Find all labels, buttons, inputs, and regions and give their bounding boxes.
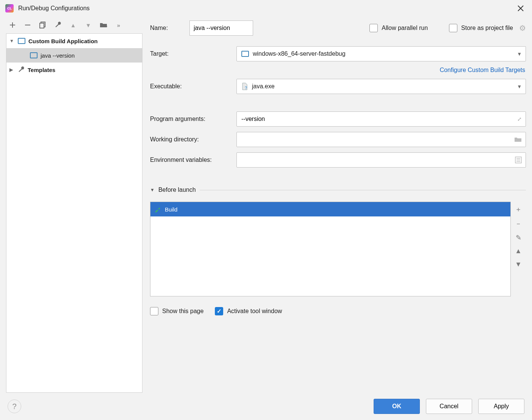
target-row: Target: windows-x86_64-server-fastdebug …: [150, 46, 526, 61]
env-input-wrapper[interactable]: [236, 152, 526, 168]
tree-group-label: Custom Build Application: [28, 38, 98, 44]
dialog-body: ▲ ▼ + » ▼ Custom Build Application java …: [0, 17, 532, 393]
target-label: Target:: [150, 50, 230, 57]
ok-button[interactable]: OK: [374, 399, 420, 414]
move-down-icon[interactable]: ▼: [515, 260, 522, 268]
before-launch-header[interactable]: ▼ Before launch: [150, 186, 526, 193]
target-icon: [241, 51, 249, 57]
remove-icon[interactable]: [23, 21, 32, 29]
svg-text:+: +: [106, 24, 107, 28]
title-bar: Run/Debug Configurations: [0, 0, 532, 17]
tree-item-java-version[interactable]: java --version: [6, 48, 142, 63]
workdir-label: Working directory:: [150, 136, 230, 143]
overflow-icon[interactable]: »: [114, 21, 123, 29]
env-row: Environment variables:: [150, 152, 526, 168]
divider: [200, 190, 526, 190]
store-project-label: Store as project file: [461, 25, 513, 31]
close-button[interactable]: [515, 2, 527, 14]
checkbox-icon: [449, 24, 457, 32]
allow-parallel-label: Allow parallel run: [382, 25, 428, 31]
remove-icon[interactable]: －: [515, 219, 522, 228]
before-launch-label: Before launch: [158, 186, 196, 193]
allow-parallel-checkbox[interactable]: Allow parallel run: [369, 24, 428, 32]
args-label: Program arguments:: [150, 116, 230, 122]
chevron-down-icon: ▼: [517, 84, 522, 89]
checkbox-checked-icon: [215, 307, 223, 315]
configure-link-row: Configure Custom Build Targets: [150, 67, 526, 74]
collapse-icon: ▼: [150, 187, 155, 193]
workdir-row: Working directory:: [150, 132, 526, 147]
activate-window-checkbox[interactable]: Activate tool window: [215, 307, 282, 315]
folder-icon[interactable]: +: [99, 21, 108, 29]
edit-icon[interactable]: ✎: [516, 234, 521, 242]
cancel-button[interactable]: Cancel: [426, 399, 472, 414]
tree-item-label: java --version: [41, 52, 75, 59]
move-down-icon: ▼: [84, 21, 92, 29]
config-toolbar: ▲ ▼ + »: [6, 17, 142, 33]
workdir-input[interactable]: [241, 136, 521, 143]
tree-group-templates[interactable]: ▶ Templates: [6, 63, 142, 77]
name-input[interactable]: [194, 25, 269, 31]
show-page-label: Show this page: [162, 308, 203, 315]
dialog-footer: ? OK Cancel Apply: [0, 393, 532, 420]
env-input[interactable]: [241, 157, 521, 163]
app-icon: [5, 4, 14, 13]
target-value: windows-x86_64-server-fastdebug: [253, 50, 346, 57]
add-icon[interactable]: ＋: [515, 205, 522, 214]
file-icon: ?: [241, 83, 248, 90]
bottom-options: Show this page Activate tool window: [150, 307, 526, 315]
executable-value: java.exe: [252, 83, 275, 90]
args-input[interactable]: [241, 116, 521, 122]
gear-icon[interactable]: ⚙: [519, 24, 526, 33]
add-icon[interactable]: [8, 21, 17, 29]
before-launch-item-label: Build: [165, 206, 177, 213]
wrench-icon: [18, 66, 25, 73]
config-icon: [30, 52, 38, 58]
before-launch-panel: Build ＋ － ✎ ▲ ▼: [150, 202, 526, 296]
right-pane: Name: Allow parallel run Store as projec…: [150, 17, 526, 393]
before-launch-list[interactable]: Build: [150, 202, 511, 296]
help-button[interactable]: ?: [8, 400, 21, 413]
activate-window-label: Activate tool window: [227, 308, 282, 315]
executable-label: Executable:: [150, 83, 230, 90]
executable-row: Executable: ? java.exe ▼: [150, 79, 526, 94]
target-select[interactable]: windows-x86_64-server-fastdebug ▼: [236, 46, 526, 61]
show-page-checkbox[interactable]: Show this page: [150, 307, 203, 315]
tree-group-custom-build[interactable]: ▼ Custom Build Application: [6, 34, 142, 48]
move-up-icon[interactable]: ▲: [515, 247, 522, 255]
wrench-icon[interactable]: [54, 21, 62, 29]
config-type-icon: [18, 38, 25, 44]
svg-text:?: ?: [245, 86, 247, 90]
checkbox-icon: [369, 24, 378, 32]
hammer-icon: [154, 206, 161, 213]
store-project-checkbox[interactable]: Store as project file: [449, 24, 513, 32]
name-row: Name: Allow parallel run Store as projec…: [150, 20, 526, 36]
config-tree[interactable]: ▼ Custom Build Application java --versio…: [6, 33, 142, 393]
expand-icon[interactable]: ⤢: [517, 116, 522, 122]
configure-targets-link[interactable]: Configure Custom Build Targets: [440, 67, 525, 73]
tree-templates-label: Templates: [28, 67, 55, 73]
move-up-icon: ▲: [69, 21, 77, 29]
expand-icon: ▶: [9, 67, 15, 72]
before-launch-buttons: ＋ － ✎ ▲ ▼: [511, 202, 526, 296]
env-label: Environment variables:: [150, 157, 230, 163]
collapse-icon: ▼: [9, 38, 15, 44]
workdir-input-wrapper[interactable]: [236, 132, 526, 147]
name-input-wrapper[interactable]: [189, 20, 253, 36]
args-row: Program arguments: ⤢: [150, 111, 526, 127]
svg-rect-1: [40, 23, 44, 28]
checkbox-icon: [150, 307, 158, 315]
chevron-down-icon: ▼: [517, 51, 522, 57]
copy-icon[interactable]: [39, 21, 47, 29]
args-input-wrapper[interactable]: ⤢: [236, 111, 526, 127]
left-pane: ▲ ▼ + » ▼ Custom Build Application java …: [6, 17, 142, 393]
name-label: Name:: [150, 25, 183, 31]
browse-folder-icon[interactable]: [514, 136, 522, 143]
window-title: Run/Debug Configurations: [18, 5, 90, 12]
before-launch-item-build[interactable]: Build: [150, 202, 510, 216]
apply-button[interactable]: Apply: [478, 399, 524, 414]
executable-select[interactable]: ? java.exe ▼: [236, 79, 526, 94]
list-edit-icon[interactable]: [515, 157, 522, 163]
